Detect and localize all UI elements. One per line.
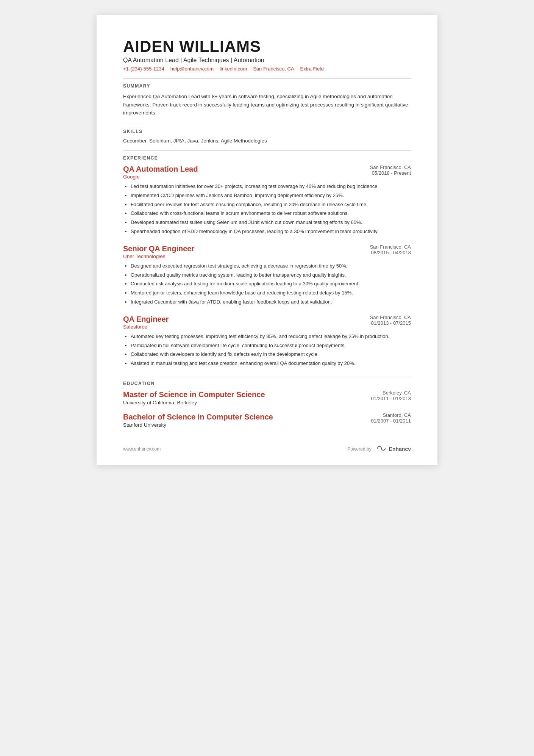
job-title-1: QA Automation Lead: [123, 164, 362, 174]
bullet-1-4: Collaborated with cross-functional teams…: [131, 210, 411, 218]
edu-right-2: Stanford, CA 01/2007 - 01/2011: [371, 412, 411, 424]
experience-header-1: QA Automation Lead Google San Francisco,…: [123, 164, 411, 180]
experience-item-3: QA Engineer Salesforce San Francisco, CA…: [123, 315, 411, 368]
bullet-1-1: Led test automation initiatives for over…: [131, 183, 411, 191]
company-name-1: Google: [123, 174, 362, 180]
resume-header: AIDEN WILLIAMS QA Automation Lead | Agil…: [123, 38, 411, 72]
experience-divider: [123, 150, 411, 151]
bullet-1-3: Facilitated peer reviews for test assets…: [131, 201, 411, 209]
experience-bullets-1: Led test automation initiatives for over…: [123, 183, 411, 236]
edu-school-1: University of California, Berkeley: [123, 400, 265, 405]
edu-school-2: Stanford University: [123, 422, 273, 428]
edu-header-1: Master of Science in Computer Science Un…: [123, 390, 411, 405]
edu-right-1: Berkeley, CA 01/2011 - 01/2013: [371, 390, 411, 401]
edu-dates-2: 01/2007 - 01/2011: [371, 418, 411, 424]
experience-section-title: EXPERIENCE: [123, 155, 411, 161]
bullet-2-2: Operationalized quality metrics tracking…: [131, 271, 411, 279]
experience-left-2: Senior QA Engineer Uber Technologies: [123, 244, 362, 259]
bullet-1-2: Implemented CI/CD pipelines with Jenkins…: [131, 192, 411, 200]
experience-bullets-2: Designed and executed regression test st…: [123, 262, 411, 306]
candidate-name: AIDEN WILLIAMS: [123, 38, 411, 55]
job-location-1: San Francisco, CA: [370, 164, 411, 170]
experience-left-1: QA Automation Lead Google: [123, 164, 362, 180]
resume-page: AIDEN WILLIAMS QA Automation Lead | Agil…: [97, 15, 437, 465]
candidate-title: QA Automation Lead | Agile Techniques | …: [123, 57, 411, 64]
bullet-2-4: Mentored junior testers, enhancing team …: [131, 289, 411, 297]
edu-left-2: Bachelor of Science in Computer Science …: [123, 412, 273, 428]
bullet-2-5: Integrated Cucumber with Java for ATDD, …: [131, 298, 411, 306]
bullet-3-3: Collaborated with developers to identify…: [131, 351, 411, 358]
email: help@enhancv.com: [170, 66, 214, 72]
experience-item-2: Senior QA Engineer Uber Technologies San…: [123, 244, 411, 306]
skills-text: Cucumber, Selenium, JIRA, Java, Jenkins,…: [123, 138, 411, 144]
company-name-3: Salesforce: [123, 324, 362, 330]
phone: +1-(234)-555-1234: [123, 66, 164, 72]
summary-section-title: SUMMARY: [123, 83, 411, 89]
skills-divider: [123, 124, 411, 124]
enhancv-icon: [376, 445, 387, 454]
education-divider: [123, 376, 411, 376]
summary-divider: [123, 78, 411, 79]
job-dates-1: 05/2018 - Present: [370, 170, 411, 176]
edu-left-1: Master of Science in Computer Science Un…: [123, 390, 265, 405]
education-section-title: EDUCATION: [123, 381, 411, 386]
education-item-1: Master of Science in Computer Science Un…: [123, 390, 411, 405]
bullet-2-1: Designed and executed regression test st…: [131, 262, 411, 270]
experience-bullets-3: Automated key testing processes, improvi…: [123, 333, 411, 368]
edu-degree-2: Bachelor of Science in Computer Science: [123, 412, 273, 421]
job-location-2: San Francisco, CA: [370, 244, 411, 250]
edu-degree-1: Master of Science in Computer Science: [123, 390, 265, 399]
experience-item-1: QA Automation Lead Google San Francisco,…: [123, 164, 411, 236]
experience-right-3: San Francisco, CA 01/2013 - 07/2015: [370, 315, 411, 326]
edu-dates-1: 01/2011 - 01/2013: [371, 396, 411, 401]
experience-header-3: QA Engineer Salesforce San Francisco, CA…: [123, 315, 411, 330]
contact-info: +1-(234)-555-1234 help@enhancv.com linke…: [123, 66, 411, 72]
footer-website: www.enhancv.com: [123, 446, 161, 452]
job-dates-2: 08/2015 - 04/2018: [370, 250, 411, 255]
edu-location-2: Stanford, CA: [371, 412, 411, 418]
bullet-3-2: Participated in full software developmen…: [131, 342, 411, 350]
edu-location-1: Berkeley, CA: [371, 390, 411, 396]
location: San Francisco, CA: [253, 66, 294, 72]
extra-field: Extra Field: [300, 66, 324, 72]
linkedin: linkedin.com: [220, 66, 247, 72]
edu-header-2: Bachelor of Science in Computer Science …: [123, 412, 411, 428]
powered-by-text: Powered by: [347, 446, 371, 452]
footer-brand: Powered by Enhancv: [347, 445, 411, 454]
education-item-2: Bachelor of Science in Computer Science …: [123, 412, 411, 428]
experience-header-2: Senior QA Engineer Uber Technologies San…: [123, 244, 411, 259]
experience-right-1: San Francisco, CA 05/2018 - Present: [370, 164, 411, 176]
page-footer: www.enhancv.com Powered by Enhancv: [123, 445, 411, 454]
job-location-3: San Francisco, CA: [370, 315, 411, 320]
job-title-2: Senior QA Engineer: [123, 244, 362, 253]
bullet-1-5: Developed automated test suites using Se…: [131, 219, 411, 227]
summary-text: Experienced QA Automation Lead with 8+ y…: [123, 92, 411, 117]
company-name-2: Uber Technologies: [123, 254, 362, 259]
skills-section-title: SKILLS: [123, 129, 411, 134]
brand-name: Enhancv: [389, 446, 411, 452]
experience-left-3: QA Engineer Salesforce: [123, 315, 362, 330]
bullet-1-6: Spearheaded adoption of BDD methodology …: [131, 228, 411, 236]
bullet-3-4: Assisted in manual testing and test case…: [131, 360, 411, 368]
bullet-3-1: Automated key testing processes, improvi…: [131, 333, 411, 341]
experience-right-2: San Francisco, CA 08/2015 - 04/2018: [370, 244, 411, 255]
job-dates-3: 01/2013 - 07/2015: [370, 320, 411, 326]
job-title-3: QA Engineer: [123, 315, 362, 324]
bullet-2-3: Conducted risk analysis and testing for …: [131, 280, 411, 288]
